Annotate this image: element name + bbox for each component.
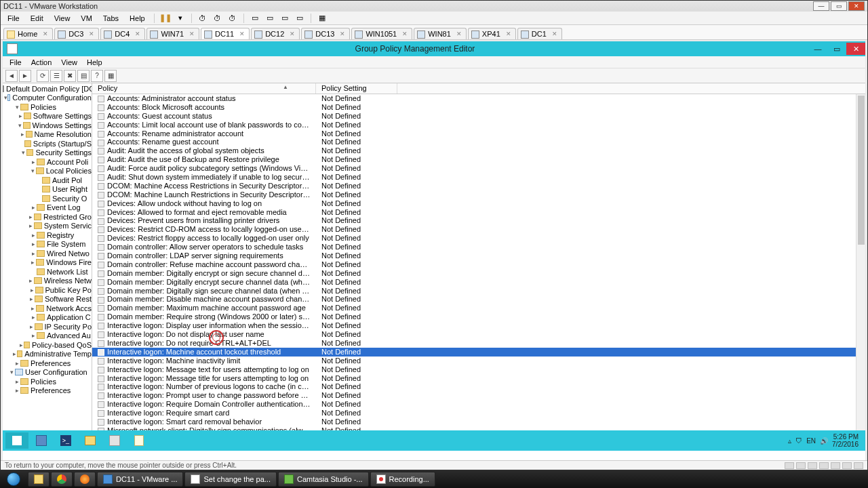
- vmware-titlebar[interactable]: DC11 - VMware Workstation — ▭ ✕: [1, 1, 867, 12]
- vmware-menu-tabs[interactable]: Tabs: [99, 13, 123, 24]
- policy-row[interactable]: Interactive logon: Number of previous lo…: [92, 382, 865, 391]
- vmware-menu-view[interactable]: View: [50, 13, 75, 24]
- host-taskbar[interactable]: DC11 - VMware ...Set change the pa...Cam…: [0, 470, 868, 488]
- policy-row[interactable]: Interactive logon: Message title for use…: [92, 374, 865, 383]
- tree-expander-icon[interactable]: ▾: [8, 369, 15, 375]
- tree-node[interactable]: ▸Event Log: [3, 203, 92, 213]
- vmware-min-button[interactable]: —: [813, 1, 829, 11]
- policy-row[interactable]: Domain member: Digitally sign secure cha…: [92, 287, 865, 296]
- vmware-tab-win71[interactable]: WIN71✕: [146, 28, 199, 39]
- tree-node[interactable]: User Right: [3, 185, 92, 195]
- tree-expander-icon[interactable]: ▸: [18, 342, 23, 348]
- tree-node[interactable]: ▾Computer Configuration: [3, 94, 92, 103]
- tree-node[interactable]: ▸Policies: [3, 377, 92, 386]
- tree-expander-icon[interactable]: ▸: [14, 387, 20, 394]
- tree-expander-icon[interactable]: ▸: [30, 259, 37, 266]
- tree-node[interactable]: Audit Pol: [3, 176, 92, 185]
- tree-expander-icon[interactable]: ▸: [30, 241, 37, 247]
- policy-row[interactable]: Audit: Audit the use of Backup and Resto…: [92, 155, 865, 164]
- tab-close-icon[interactable]: ✕: [456, 30, 462, 37]
- tray-volume-icon[interactable]: 🔊: [820, 437, 828, 445]
- policy-row[interactable]: Interactive logon: Smart card removal be…: [92, 418, 865, 426]
- tb-properties-button[interactable]: ☰: [50, 70, 62, 82]
- tree-expander-icon[interactable]: ▾: [21, 149, 26, 156]
- vmware-tab-dc1[interactable]: DC1✕: [517, 28, 562, 39]
- tree-node[interactable]: ▸Restricted Gro: [3, 212, 92, 222]
- policy-row[interactable]: Accounts: Guest account statusNot Define…: [92, 112, 865, 121]
- policy-row[interactable]: Devices: Restrict CD-ROM access to local…: [92, 225, 865, 234]
- guest-taskbar-app1[interactable]: [103, 432, 126, 449]
- tree-node[interactable]: ▾Security Settings: [3, 148, 92, 158]
- vmware-max-button[interactable]: ▭: [831, 1, 847, 11]
- policy-row[interactable]: Interactive logon: Do not require CTRL+A…: [92, 339, 865, 348]
- tree-expander-icon[interactable]: ▸: [28, 214, 34, 220]
- guest-taskbar-servermgr[interactable]: [30, 432, 53, 449]
- policy-row[interactable]: Interactive logon: Machine inactivity li…: [92, 357, 865, 365]
- tree-node[interactable]: ▸Advanced Au: [3, 331, 92, 341]
- guest-taskbar-explorer[interactable]: [79, 432, 102, 449]
- tree-node[interactable]: ▸Wired Netwo: [3, 249, 92, 258]
- policy-row[interactable]: Accounts: Rename guest accountNot Define…: [92, 138, 865, 146]
- tree-node[interactable]: ▸Registry: [3, 230, 92, 240]
- policy-row[interactable]: DCOM: Machine Access Restrictions in Sec…: [92, 182, 865, 190]
- tree-node[interactable]: ▸System Servic: [3, 222, 92, 231]
- tree-expander-icon[interactable]: ▸: [28, 277, 34, 284]
- tree-node[interactable]: Scripts (Startup/S: [3, 139, 92, 148]
- tb-delete-button[interactable]: ✖: [64, 70, 76, 82]
- vmware-menu-vm[interactable]: VM: [77, 13, 96, 24]
- vmware-device-icon[interactable]: [796, 462, 806, 469]
- policy-row[interactable]: Interactive logon: Prompt user to change…: [92, 391, 865, 400]
- tree-expander-icon[interactable]: ▾: [29, 167, 36, 174]
- tab-close-icon[interactable]: ✕: [135, 30, 140, 37]
- tb-extra-button[interactable]: ▦: [104, 70, 117, 82]
- vmware-device-icon[interactable]: [842, 462, 852, 469]
- tree-node[interactable]: ▸Account Poli: [3, 157, 92, 167]
- tree-expander-icon[interactable]: ▸: [30, 159, 37, 165]
- vmware-tab-dc3[interactable]: DC3✕: [54, 28, 99, 39]
- tree-node[interactable]: ▸File System: [3, 240, 92, 249]
- tray-lang[interactable]: EN: [806, 437, 816, 445]
- guest-taskbar-app2[interactable]: [127, 432, 151, 449]
- tree-node[interactable]: ▸Policy-based QoS: [3, 340, 92, 350]
- vmware-tab-dc12[interactable]: DC12✕: [251, 28, 300, 39]
- tab-close-icon[interactable]: ✕: [43, 30, 48, 37]
- policy-row[interactable]: Interactive logon: Message text for user…: [92, 365, 865, 374]
- tree-expander-icon[interactable]: ▸: [14, 360, 20, 367]
- tray-network-icon[interactable]: ⛉: [795, 437, 802, 445]
- nav-forward-button[interactable]: ►: [19, 70, 31, 82]
- tree-expander-icon[interactable]: ▸: [30, 232, 37, 239]
- vmware-tab-home[interactable]: Home✕: [3, 28, 53, 39]
- tab-close-icon[interactable]: ✕: [239, 30, 245, 37]
- host-taskbar-button[interactable]: [28, 472, 50, 487]
- tree-node[interactable]: ▸Software Settings: [3, 112, 92, 121]
- vmware-tab-win1051[interactable]: WIN1051✕: [351, 28, 412, 39]
- policy-row[interactable]: Audit: Force audit policy subcategory se…: [92, 164, 865, 173]
- host-taskbar-button[interactable]: Camtasia Studio -...: [278, 472, 369, 487]
- tree-node[interactable]: ▸Windows Fire: [3, 258, 92, 268]
- list-header[interactable]: Policy▲ Policy Setting: [92, 83, 865, 94]
- vmware-menu-help[interactable]: Help: [125, 13, 149, 24]
- col-policy[interactable]: Policy▲: [92, 83, 316, 94]
- tree-expander-icon[interactable]: ▸: [30, 250, 37, 257]
- nav-back-button[interactable]: ◄: [5, 70, 18, 82]
- vmware-tab-win81[interactable]: WIN81✕: [414, 28, 467, 39]
- gp-close-button[interactable]: ✕: [846, 43, 865, 55]
- policy-row[interactable]: Interactive logon: Do not display last u…: [92, 330, 865, 339]
- vmware-pause-button[interactable]: ❚❚: [159, 13, 172, 24]
- policy-row[interactable]: Accounts: Limit local account use of bla…: [92, 121, 865, 129]
- host-taskbar-button[interactable]: Set change the pa...: [184, 472, 276, 487]
- policy-tree[interactable]: Default Domain Policy [DC11.F▾Computer C…: [3, 83, 92, 430]
- gp-max-button[interactable]: ▭: [827, 43, 846, 55]
- policy-row[interactable]: Interactive logon: Display user informat…: [92, 321, 865, 330]
- host-taskbar-button[interactable]: [74, 472, 96, 487]
- policy-row[interactable]: Domain controller: Refuse machine accoun…: [92, 260, 865, 269]
- gp-menu-help[interactable]: Help: [83, 58, 106, 67]
- vmware-device-icon[interactable]: [831, 462, 840, 469]
- tree-node[interactable]: ▸Preferences: [3, 386, 92, 396]
- vmware-tab-dc11[interactable]: DC11✕: [201, 28, 250, 39]
- policy-row[interactable]: Audit: Audit the access of global system…: [92, 146, 865, 155]
- policy-row[interactable]: Domain controller: Allow server operator…: [92, 243, 865, 251]
- tree-expander-icon[interactable]: ▸: [28, 296, 35, 302]
- tree-expander-icon[interactable]: ▸: [28, 222, 34, 229]
- tree-node[interactable]: ▾Local Policies: [3, 167, 92, 176]
